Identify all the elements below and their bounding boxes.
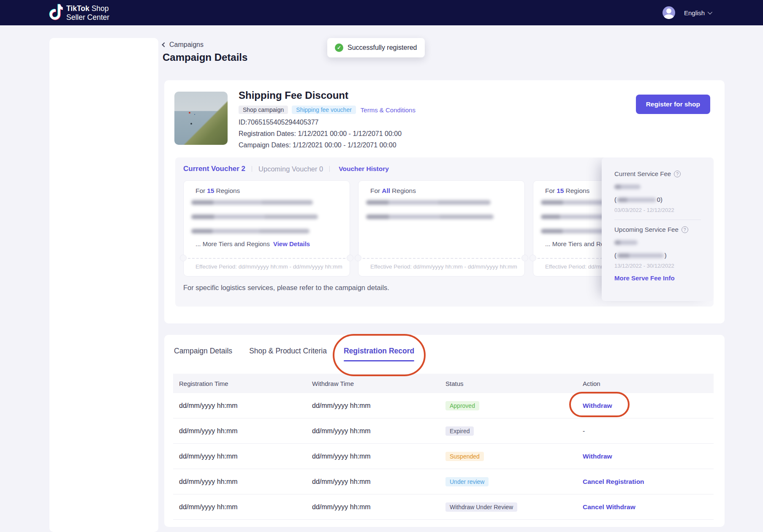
logistics-footnote: For specific logistics services, please …	[183, 284, 389, 292]
tab-voucher-history[interactable]: Voucher History	[339, 165, 389, 173]
campaign-thumbnail	[174, 92, 228, 145]
page-title: Campaign Details	[163, 52, 247, 63]
voucher-region-label: ForAllRegions	[370, 187, 416, 195]
effective-period: Effective Period: dd/mm/yyyy hh:mm - dd/…	[196, 263, 342, 270]
table-header: Registration Time Withdraw Time Status A…	[173, 374, 714, 393]
language-selector[interactable]: English	[684, 0, 711, 25]
chevron-left-icon	[162, 42, 166, 47]
campaign-info: Shipping Fee Discount Shop campaign Ship…	[239, 90, 415, 149]
redacted-voucher-line	[366, 214, 494, 219]
redacted-fee-detail	[617, 198, 656, 202]
upcoming-fee-period: 13/12/2022 - 30/12/2022	[614, 263, 701, 269]
more-serve-fee-info-link[interactable]: More Serve Fee Info	[614, 274, 701, 282]
status-badge: Withdraw Under Review	[445, 502, 517, 512]
status-badge: Expired	[445, 426, 474, 436]
voucher-section: Current Voucher 2 Upcoming Voucher 0 Vou…	[175, 157, 714, 307]
tab-campaign-details[interactable]: Campaign Details	[174, 347, 232, 356]
campaign-tags: Shop campaign Shipping fee voucher Terms…	[239, 105, 415, 115]
withdraw-time-cell: dd/mm/yyyy hh:mm	[306, 453, 440, 460]
registration-record-table: Registration Time Withdraw Time Status A…	[173, 374, 714, 520]
tab-registration-record[interactable]: Registration Record	[344, 347, 414, 356]
coupon-dashed-divider	[358, 258, 524, 259]
table-row: dd/mm/yyyy hh:mm dd/mm/yyyy hh:mm Withdr…	[173, 494, 714, 520]
top-navbar: TikTok Shop Seller Center English	[0, 0, 763, 25]
help-question-icon[interactable]	[682, 226, 688, 233]
user-avatar[interactable]	[663, 6, 675, 19]
tiktok-logo[interactable]: TikTok Shop Seller Center	[48, 3, 109, 22]
col-status: Status	[440, 380, 577, 387]
withdraw-time-cell: dd/mm/yyyy hh:mm	[306, 402, 440, 410]
terms-conditions-link[interactable]: Terms & Conditions	[361, 106, 415, 114]
voucher-region-label: For15Regions	[545, 187, 589, 195]
sidebar	[49, 38, 158, 532]
coupon-notch	[529, 255, 536, 261]
redacted-voucher-line	[191, 214, 318, 219]
col-action: Action	[577, 380, 714, 387]
effective-period: Effective Period: dd/mm/yyyy hh:mm - dd/…	[370, 263, 517, 270]
register-for-shop-button[interactable]: Register for shop	[636, 95, 710, 114]
status-badge: Approved	[445, 401, 479, 410]
detail-tabs: Campaign Details Shop & Product Criteria…	[174, 347, 414, 356]
withdraw-action-link[interactable]: Withdraw	[583, 402, 612, 409]
campaign-name: Shipping Fee Discount	[239, 90, 415, 101]
campaign-dates: Campaign Dates: 1/12/2021 00:00 - 1/12/2…	[239, 141, 415, 149]
redacted-fee-detail	[617, 253, 664, 258]
no-action-placeholder: -	[583, 427, 585, 434]
upcoming-fee-masked: ()	[614, 252, 701, 259]
voucher-tabs: Current Voucher 2 Upcoming Voucher 0 Vou…	[183, 165, 389, 173]
fee-divider	[614, 220, 701, 220]
toast-message: Successfully registered	[348, 44, 417, 52]
withdraw-action-link[interactable]: Withdraw	[583, 453, 612, 460]
breadcrumb-label: Campaigns	[169, 41, 204, 49]
tag-shipping-fee-voucher: Shipping fee voucher	[292, 106, 356, 114]
registration-time-cell: dd/mm/yyyy hh:mm	[173, 453, 306, 460]
current-fee-period: 03/03/2022 - 12/12/2022	[614, 207, 701, 213]
registration-time-cell: dd/mm/yyyy hh:mm	[173, 402, 306, 410]
table-row: dd/mm/yyyy hh:mm dd/mm/yyyy hh:mm Expire…	[173, 418, 714, 444]
coupon-notch	[180, 255, 187, 261]
page: TikTok Shop Seller Center English Campai…	[0, 0, 763, 532]
check-circle-icon: ✓	[335, 43, 343, 52]
language-label: English	[684, 9, 705, 16]
tab-divider	[329, 166, 330, 172]
withdraw-time-cell: dd/mm/yyyy hh:mm	[306, 478, 440, 486]
tab-current-voucher[interactable]: Current Voucher 2	[183, 165, 245, 173]
voucher-region-label: For15Regions	[196, 187, 240, 195]
registration-dates: Registration Dates: 1/12/2021 00:00 - 1/…	[239, 130, 415, 138]
campaign-detail-card: Campaign Details Shop & Product Criteria…	[164, 335, 725, 527]
tiktok-note-icon	[48, 3, 63, 22]
redacted-voucher-line	[366, 200, 491, 205]
breadcrumb-campaigns[interactable]: Campaigns	[163, 41, 204, 49]
registration-time-cell: dd/mm/yyyy hh:mm	[173, 503, 306, 511]
campaign-summary-card: Shipping Fee Discount Shop campaign Ship…	[164, 80, 725, 323]
withdraw-time-cell: dd/mm/yyyy hh:mm	[306, 503, 440, 511]
cancel-withdraw-action-link[interactable]: Cancel Withdraw	[583, 503, 635, 510]
cancel-registration-action-link[interactable]: Cancel Registration	[583, 478, 644, 485]
col-registration-time: Registration Time	[173, 380, 306, 387]
voucher-card: ForAllRegions Effective Period: dd/mm/yy…	[358, 180, 525, 277]
registration-time-cell: dd/mm/yyyy hh:mm	[173, 478, 306, 486]
current-service-fee-title: Current Service Fee	[614, 170, 701, 177]
table-row: dd/mm/yyyy hh:mm dd/mm/yyyy hh:mm Suspen…	[173, 444, 714, 469]
tag-shop-campaign: Shop campaign	[239, 106, 288, 114]
status-badge: Under review	[445, 477, 489, 486]
col-withdraw-time: Withdraw Time	[306, 380, 440, 387]
view-details-link[interactable]: View Details	[273, 240, 310, 247]
campaign-id: ID:7065155405294405377	[239, 118, 415, 126]
tab-shop-product-criteria[interactable]: Shop & Product Criteria	[249, 347, 327, 356]
coupon-notch	[521, 255, 528, 261]
status-badge: Suspended	[445, 452, 484, 461]
help-question-icon[interactable]	[674, 171, 681, 177]
table-row: dd/mm/yyyy hh:mm dd/mm/yyyy hh:mm Approv…	[173, 393, 714, 418]
registration-time-cell: dd/mm/yyyy hh:mm	[173, 427, 306, 435]
redacted-fee-value	[614, 185, 641, 189]
tab-divider	[252, 166, 252, 172]
tab-upcoming-voucher[interactable]: Upcoming Voucher 0	[258, 165, 323, 173]
chevron-down-icon	[708, 10, 712, 14]
withdraw-time-cell: dd/mm/yyyy hh:mm	[306, 427, 440, 435]
redacted-voucher-line	[191, 229, 310, 233]
service-fee-panel: Current Service Fee (0) 03/03/2022 - 12/…	[602, 157, 714, 301]
success-toast: ✓ Successfully registered	[327, 38, 425, 57]
voucher-more-row: ... More Tiers and RegionsView Details	[196, 240, 310, 247]
brand-text: TikTok Shop Seller Center	[66, 3, 109, 22]
